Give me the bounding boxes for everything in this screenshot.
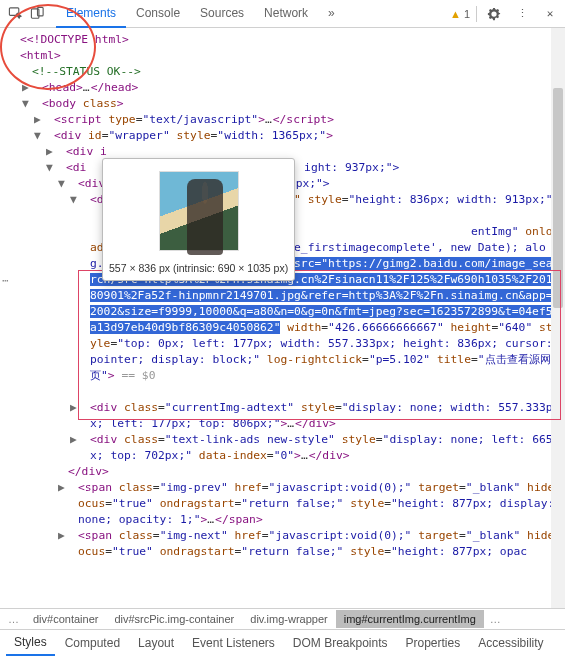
- dom-comment[interactable]: <!--STATUS OK-->: [28, 64, 565, 80]
- dom-node[interactable]: ▶<div class="currentImg-adtext" style="d…: [76, 400, 565, 432]
- subtab-accessibility[interactable]: Accessibility: [470, 631, 551, 655]
- tooltip-thumbnail: [153, 165, 245, 257]
- expand-icon[interactable]: ▶: [68, 528, 78, 544]
- device-toggle-icon[interactable]: [26, 3, 48, 25]
- breadcrumb-item[interactable]: div#srcPic.img-container: [106, 610, 242, 628]
- subtab-layout[interactable]: Layout: [130, 631, 182, 655]
- tabs-overflow-icon[interactable]: »: [318, 0, 345, 28]
- dom-node[interactable]: ▼<div id="wrapper" style="width: 1365px;…: [40, 128, 565, 144]
- collapse-icon[interactable]: ▼: [56, 160, 66, 176]
- collapse-icon[interactable]: ▼: [80, 192, 90, 208]
- dom-node[interactable]: ▶<span class="img-prev" href="javascript…: [64, 480, 565, 528]
- breadcrumb-item[interactable]: div#container: [25, 610, 106, 628]
- dom-node[interactable]: ▶<span class="img-next" href="javascript…: [64, 528, 565, 560]
- vertical-scrollbar[interactable]: [551, 28, 565, 608]
- breadcrumb: … div#container div#srcPic.img-container…: [0, 608, 565, 630]
- breadcrumb-overflow[interactable]: …: [484, 613, 507, 625]
- scrollbar-thumb[interactable]: [553, 88, 563, 308]
- breadcrumb-item[interactable]: div.img-wrapper: [242, 610, 335, 628]
- dom-node[interactable]: </div>: [64, 464, 565, 480]
- tab-console[interactable]: Console: [126, 0, 190, 28]
- breadcrumb-item-selected[interactable]: img#currentImg.currentImg: [336, 610, 484, 628]
- warning-badge[interactable]: ▲1: [450, 8, 470, 20]
- tab-network[interactable]: Network: [254, 0, 318, 28]
- dom-node[interactable]: <html>: [16, 48, 565, 64]
- collapse-icon[interactable]: ▼: [44, 128, 54, 144]
- tab-sources[interactable]: Sources: [190, 0, 254, 28]
- subtab-properties[interactable]: Properties: [398, 631, 469, 655]
- kebab-icon[interactable]: ⋮: [511, 3, 533, 25]
- styles-subtabs: Styles Computed Layout Event Listeners D…: [0, 630, 565, 656]
- inspect-icon[interactable]: [4, 3, 26, 25]
- dom-node[interactable]: ▼<body class>: [28, 96, 565, 112]
- warning-count: 1: [464, 8, 470, 20]
- collapse-icon[interactable]: ▼: [68, 176, 78, 192]
- tab-elements[interactable]: Elements: [56, 0, 126, 28]
- dom-node[interactable]: ▶<div class="text-link-ads new-style" st…: [76, 432, 565, 464]
- subtab-event-listeners[interactable]: Event Listeners: [184, 631, 283, 655]
- gear-icon[interactable]: [483, 3, 505, 25]
- subtab-computed[interactable]: Computed: [57, 631, 128, 655]
- collapse-icon[interactable]: ▼: [32, 96, 42, 112]
- gutter-selected-dots: ⋯: [2, 274, 10, 287]
- breadcrumb-overflow[interactable]: …: [2, 613, 25, 625]
- close-icon[interactable]: ✕: [539, 3, 561, 25]
- image-hover-tooltip: 557 × 836 px (intrinsic: 690 × 1035 px): [102, 158, 295, 281]
- expand-icon[interactable]: ▶: [44, 112, 54, 128]
- expand-icon[interactable]: ▶: [68, 480, 78, 496]
- devtools-toolbar: Elements Console Sources Network » ▲1 ⋮ …: [0, 0, 565, 28]
- expand-icon[interactable]: ▶: [80, 432, 90, 448]
- panel-tabs: Elements Console Sources Network »: [56, 0, 450, 28]
- subtab-styles[interactable]: Styles: [6, 630, 55, 656]
- dom-node[interactable]: ▶<script type="text/javascript">…</scrip…: [40, 112, 565, 128]
- dom-tree[interactable]: <<!DOCTYPE html> <html> <!--STATUS OK-->…: [0, 28, 565, 564]
- dom-node[interactable]: <<!DOCTYPE html>: [16, 32, 565, 48]
- expand-icon[interactable]: ▶: [56, 144, 66, 160]
- expand-icon[interactable]: ▶: [80, 400, 90, 416]
- tooltip-dimensions: 557 × 836 px (intrinsic: 690 × 1035 px): [109, 262, 288, 274]
- dom-node[interactable]: ▶<head>…</head>: [28, 80, 565, 96]
- subtab-dom-breakpoints[interactable]: DOM Breakpoints: [285, 631, 396, 655]
- warning-icon: ▲: [450, 8, 461, 20]
- expand-icon[interactable]: ▶: [32, 80, 42, 96]
